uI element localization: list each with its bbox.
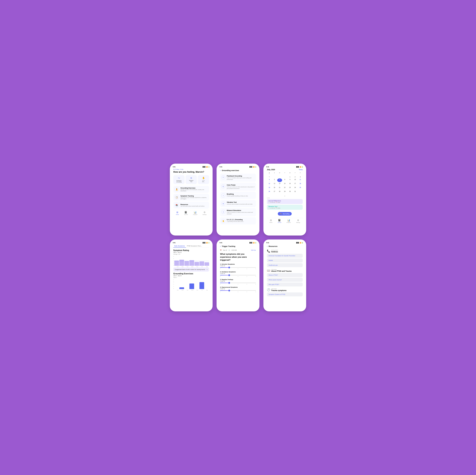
y-1: 1 [173,262,174,264]
cal-today[interactable]: Today [299,169,303,170]
ex-bilateral-title: Bilateral Stimulation [227,210,255,211]
menu-symptom[interactable]: 📋 Symptom Tracking Keep track of your ev… [173,194,209,201]
edit-time-link[interactable]: Edit time [251,250,256,251]
res-link-healthcare[interactable]: Healthcare.gov [267,263,303,267]
slider-2-thumb[interactable] [228,274,230,276]
cal-day-6[interactable]: 6• [267,172,272,175]
cal-day-18[interactable]: 18• [298,182,303,186]
quick-card-grounding[interactable]: ✋ 5, 4Gro... [198,175,209,184]
cal-day-17[interactable]: 17 [293,182,298,186]
exercise-vibration[interactable]: ≋ Vibration Tool Feel your phone vibrate… [220,200,256,207]
cal-day-15[interactable]: 15 [282,182,287,186]
quick-card-flashback[interactable]: 〜 FlashbackGrounding [173,175,185,184]
journal-fab[interactable]: ✏️ Journaling [278,212,292,216]
nav-cal-home[interactable]: ⊞ Home [270,219,272,223]
home-icon-cal: ⊞ [270,219,272,222]
cal-label-f: F [298,172,303,175]
back-button-grounding[interactable]: ‹ [220,169,221,172]
symptom-1-level: A little bit [220,265,256,267]
res-link-whatis[interactable]: What is PTSD? [267,273,303,277]
cal-day-11[interactable]: 11• [298,178,303,182]
event-vibration[interactable]: Vibration Tool 🕙 11:00 AM 📍 Home [267,205,303,210]
cal-day-25[interactable]: 25 [298,186,303,190]
cal-day-19[interactable]: 19• [267,186,272,190]
cal-day-1[interactable]: 1 [288,176,292,178]
nav-journal[interactable]: 📓 Journal [184,211,188,215]
cal-day-30[interactable]: 30 [288,190,292,193]
phone-grid: 9:41 ▋▋▋ 🛜 🔋 It's Friday, 3 July How are… [170,164,306,311]
res-link-whogets[interactable]: Who gets PTSD? [267,283,303,287]
slider-1-track[interactable] [220,267,256,268]
y2-3: 3 [173,281,174,283]
exercise-flashback[interactable]: 〜 Flashback Grounding Listen to reminder… [220,174,256,182]
res-ptsd-label: Information [271,269,291,270]
cal-day-24[interactable]: 24 [293,186,298,190]
expand-blame[interactable]: Exaggerated blame of self or others for … [173,267,209,271]
cal-day-9[interactable]: 9 [288,178,292,182]
symptom-tabs: Daily Symptoms PTSD Symptom Chec... [173,244,209,248]
nav-settings[interactable]: ⚙ Settings [203,211,207,215]
cal-day-12[interactable]: 12• [267,182,272,186]
slider-3-thumb[interactable] [228,282,230,284]
ex-vibration-title: Vibration Tool [227,202,252,203]
tab-ptsd[interactable]: PTSD Symptom Chec... [186,244,203,248]
res-link-afsp[interactable]: American Foundation for Suicide Preventi… [267,254,303,258]
cal-day-27[interactable]: 27 [272,190,277,193]
cal-day-2[interactable]: 2 [293,176,298,178]
cal-day-20[interactable]: 20• [272,186,277,190]
grounding-date-range: July 6 - July 12 [173,275,209,276]
cal-day-16[interactable]: 16 [288,182,292,186]
exercise-breathing[interactable]: ○ Breathing Practice guided breathing to… [220,192,256,199]
exercise-color[interactable]: ⊙ Color Finder Point your camera at colo… [220,183,256,191]
cal-day-5[interactable]: 5• [272,178,277,182]
nav-analytics[interactable]: 📊 Analytics [193,211,197,215]
res-trauma-info: 🕐 Information Trauma symptoms Symptom Cl… [267,288,303,296]
battery-icon-c: 🔋 [302,166,303,168]
exercise-54321[interactable]: ✋ 5, 4, 3, 2, 1, Grounding A grounding e… [220,217,256,224]
cal-day-4[interactable]: 4• [267,178,272,182]
slider-4-thumb[interactable] [228,290,230,291]
symptom-4-level: A little bit [220,288,256,289]
res-link-rainn[interactable]: RAINN [267,258,303,262]
event-journal[interactable]: Journal Reflections 🕙 10:30 AM 📍 Home [267,199,303,204]
journal-fab-label: Journaling [283,213,289,215]
nav-cal-settings[interactable]: ⚙ Settings [296,219,300,223]
nav-analytics-label: Analytics [193,214,197,215]
cal-day-23[interactable]: 23 [288,186,292,190]
cal-day-29[interactable]: 29 [282,190,287,193]
ex-breath-icon: ○ [221,193,225,197]
menu-resources[interactable]: 📚 Resources Get information about mental… [173,202,209,209]
menu-grounding[interactable]: 🧘 Grounding Exercises Manage symptoms li… [173,186,209,193]
cal-day-28[interactable]: 28 [277,190,282,193]
back-button-res[interactable]: ‹ [267,245,268,248]
nav-cal-journal[interactable]: 📓 Journal [277,219,281,223]
chevron-up-icon[interactable]: ∧ [267,195,303,197]
cal-day-21[interactable]: 21• [277,186,282,190]
cal-day-26[interactable]: 26 [267,190,272,193]
slider-1-thumb[interactable] [228,267,230,268]
quick-card-vibration[interactable]: ≋ VibrationTool [186,175,197,184]
cal-day-8[interactable]: 8 [282,178,287,182]
slider-4-track[interactable] [220,290,256,291]
res-link-causes[interactable]: What causes trauma? [267,278,303,282]
res-hotlines-header: 📞 Quick contact Hotlines [267,250,303,253]
cal-day-31[interactable]: 31 [293,190,298,193]
cal-day-14[interactable]: 14• [277,182,282,186]
back-button-trigger[interactable]: ‹ [220,245,221,248]
tab-daily[interactable]: Daily Symptoms [173,244,186,248]
cal-day-13[interactable]: 13• [272,182,277,186]
cal-day-7[interactable]: 7 [277,178,282,182]
nav-home[interactable]: ⊞ Home [176,211,179,215]
symptom-4-num: 4. Hyperarousal Symptoms [220,287,256,288]
cal-day-22[interactable]: 22 [282,186,287,190]
cal-day-10[interactable]: 10 [293,178,298,182]
slider-3-track[interactable] [220,283,256,283]
cal-day-3[interactable]: 3 [298,176,303,178]
nav-cal-analytics[interactable]: 📊 Analytics [287,219,291,223]
res-link-clusters[interactable]: Symptom Clusters of PTSD [267,292,303,296]
symptom-desc: Keep track of your everyday experiences,… [181,197,208,200]
exercise-bilateral[interactable]: ) Bilateral Stimulation Listen to sounds… [220,208,256,216]
res-ptsd-info: 📖 Information About PTSD and Trauma What… [267,269,303,287]
cal-header: July, 2020 Today [267,169,303,170]
slider-2-track[interactable] [220,275,256,275]
